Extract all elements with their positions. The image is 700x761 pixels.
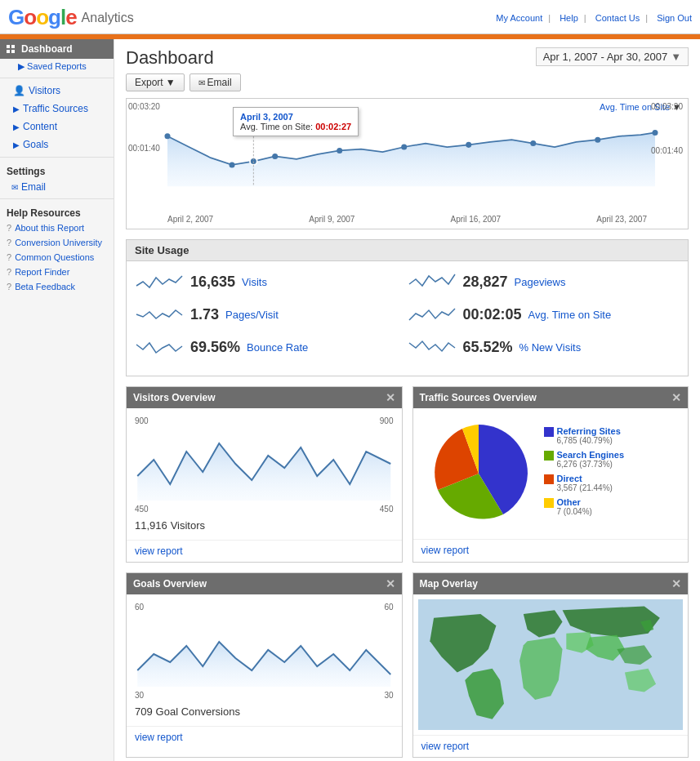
sign-out-link[interactable]: Sign Out: [657, 13, 692, 23]
x-label-4: April 23, 2007: [596, 215, 647, 224]
avg-time-sparkline: [408, 302, 457, 327]
email-button[interactable]: ✉ Email: [189, 73, 241, 91]
main-chart-area: Avg. Time on Site ▼ 00:03:20 00:01:40: [126, 98, 689, 229]
export-label: Export: [135, 77, 163, 88]
pageviews-label[interactable]: Pageviews: [515, 276, 566, 288]
chart-x-labels: April 2, 2007 April 9, 2007 April 16, 20…: [127, 213, 688, 229]
sidebar-settings-email[interactable]: ✉ Email: [0, 179, 114, 195]
legend-other: Other 7 (0.04%): [544, 497, 625, 516]
sidebar-item-visitors[interactable]: 👤 Visitors: [0, 82, 114, 100]
visitors-overview-panel: Visitors Overview ✕ 900 900: [126, 386, 403, 563]
visits-value: 16,635: [190, 274, 235, 291]
map-panel-body: [413, 594, 689, 735]
pie-svg: [421, 416, 536, 531]
dashboard-label: Dashboard: [21, 43, 73, 55]
sidebar-item-saved-reports[interactable]: ▶ Saved Reports: [0, 59, 114, 74]
header-nav: My Account | Help | Contact Us | Sign Ou…: [489, 13, 692, 23]
sidebar-item-content[interactable]: ▶ Content: [0, 118, 114, 136]
visitors-y-mid: 450: [135, 505, 149, 514]
sidebar-item-traffic-sources[interactable]: ▶ Traffic Sources: [0, 100, 114, 118]
legend-name-direct[interactable]: Direct: [557, 474, 613, 483]
main-chart: 00:03:20 00:01:40: [127, 99, 688, 213]
report-finder-label: Report Finder: [15, 267, 69, 277]
visitors-y-top: 900: [135, 416, 149, 425]
goals-panel-close[interactable]: ✕: [386, 577, 395, 590]
visitors-view-report[interactable]: view report: [135, 545, 183, 557]
y-label-top-right: 00:03:20: [651, 102, 683, 111]
visitors-y-top-right: 900: [380, 416, 394, 425]
sidebar-conversion-university[interactable]: ? Conversion University: [0, 235, 114, 250]
svg-point-2: [230, 162, 235, 167]
new-visits-sparkline: [408, 335, 457, 359]
svg-point-7: [530, 140, 536, 146]
pages-sparkline: [135, 302, 184, 327]
sidebar-beta-feedback[interactable]: ? Beta Feedback: [0, 279, 114, 294]
goals-y-top-right: 60: [384, 603, 393, 612]
sidebar-report-finder[interactable]: ? Report Finder: [0, 265, 114, 279]
pages-visit-value: 1.73: [190, 306, 219, 323]
goals-y-mid: 30: [135, 691, 144, 700]
goals-view-report[interactable]: view report: [135, 732, 183, 743]
visits-label[interactable]: Visits: [242, 276, 267, 288]
content-area: Dashboard Apr 1, 2007 - Apr 30, 2007 ▼ E…: [114, 39, 700, 761]
legend-name-other[interactable]: Other: [557, 497, 592, 507]
toolbar: Export ▼ ✉ Email: [126, 73, 689, 91]
new-visits-value: 65.52%: [463, 339, 513, 356]
goals-count-label: Goal Conversions: [156, 705, 240, 718]
content-icon: ▶: [13, 122, 20, 131]
legend-color-search: [544, 451, 554, 461]
bounce-rate-label[interactable]: Bounce Rate: [247, 341, 308, 354]
svg-point-4: [337, 148, 342, 154]
avg-time-label[interactable]: Avg. Time on Site: [528, 309, 612, 321]
sidebar-common-questions[interactable]: ? Common Questions: [0, 250, 114, 265]
date-range-picker[interactable]: Apr 1, 2007 - Apr 30, 2007 ▼: [536, 47, 689, 66]
legend-value-referring: 6,785 (40.79%): [557, 436, 621, 445]
visitors-panel-body: 900 900 450: [127, 408, 402, 540]
panels-row-1: Visitors Overview ✕ 900 900: [126, 386, 689, 563]
usage-col-right: 28,827 Pageviews 00:02:05 Avg. Time on S…: [408, 269, 680, 367]
goals-chart-svg: [135, 613, 394, 687]
beta-feedback-label: Beta Feedback: [15, 282, 75, 291]
export-button[interactable]: Export ▼: [126, 73, 185, 91]
legend-name-search[interactable]: Search Engines: [557, 450, 625, 460]
tooltip-label: Avg. Time on Site:: [240, 122, 313, 131]
map-panel-close[interactable]: ✕: [671, 577, 681, 590]
goals-panel-footer: view report: [127, 726, 402, 748]
map-panel-footer: view report: [413, 735, 689, 757]
legend-name-referring[interactable]: Referring Sites: [557, 426, 621, 436]
sidebar-item-goals[interactable]: ▶ Goals: [0, 136, 114, 154]
my-account-link[interactable]: My Account: [496, 13, 542, 23]
traffic-panel-close[interactable]: ✕: [671, 391, 681, 404]
visits-sparkline: [135, 269, 184, 294]
traffic-sources-panel: Traffic Sources Overview ✕: [412, 386, 689, 563]
date-range-text: Apr 1, 2007 - Apr 30, 2007: [543, 51, 668, 63]
contact-us-link[interactable]: Contact Us: [595, 13, 640, 23]
legend-referring: Referring Sites 6,785 (40.79%): [544, 426, 625, 445]
visitors-panel-close[interactable]: ✕: [386, 391, 395, 404]
y-label-mid-right: 00:01:40: [651, 146, 683, 155]
traffic-legend: Referring Sites 6,785 (40.79%) Search En…: [544, 426, 625, 521]
site-usage-body: 16,635 Visits 1.73 Pages/Visit: [127, 261, 688, 376]
export-arrow: ▼: [166, 77, 176, 88]
pages-visit-label[interactable]: Pages/Visit: [225, 309, 279, 321]
email-icon-btn: ✉: [198, 78, 205, 87]
dashboard-header: Dashboard Apr 1, 2007 - Apr 30, 2007 ▼: [126, 47, 689, 69]
saved-reports-label: Saved Reports: [27, 61, 87, 71]
new-visits-label[interactable]: % New Visits: [519, 341, 582, 354]
goals-count: 709 Goal Conversions: [135, 705, 394, 718]
question-icon-2: ?: [7, 238, 11, 247]
goals-label: Goals: [23, 139, 48, 150]
usage-new-visits: 65.52% % New Visits: [408, 335, 680, 359]
email-label: Email: [21, 181, 46, 193]
map-view-report[interactable]: view report: [421, 741, 470, 752]
help-link[interactable]: Help: [560, 13, 578, 23]
visitors-chart-svg: [135, 427, 394, 501]
chart-tooltip: April 3, 2007 Avg. Time on Site: 00:02:2…: [233, 107, 359, 136]
traffic-view-report[interactable]: view report: [421, 545, 470, 556]
visitors-count-label: Visitors: [171, 519, 205, 532]
sidebar-dashboard-header[interactable]: Dashboard: [0, 39, 114, 59]
goals-panel-body: 60 60 30: [127, 594, 402, 726]
visitors-panel-header: Visitors Overview ✕: [127, 387, 402, 408]
sidebar-about-report[interactable]: ? About this Report: [0, 220, 114, 235]
page-title: Dashboard: [126, 47, 214, 69]
